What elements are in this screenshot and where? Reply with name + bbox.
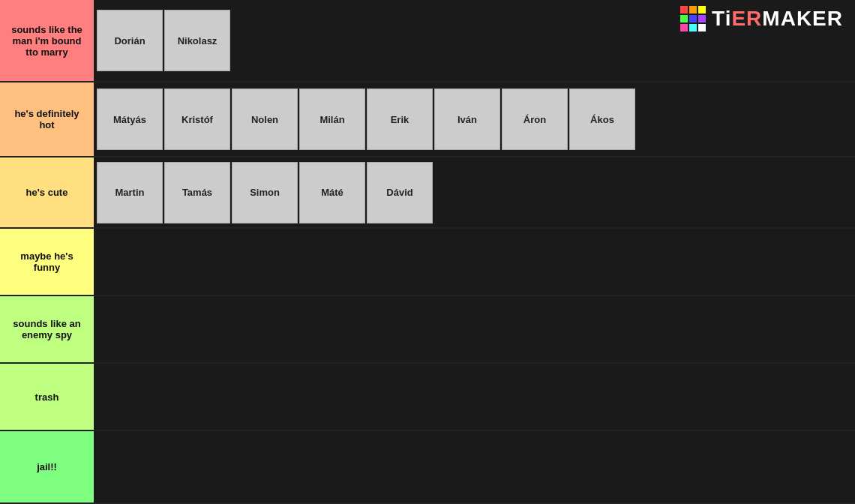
tier-card[interactable]: Kristóf [164,88,230,150]
tier-card[interactable]: Nikolasz [164,10,230,71]
logo-cell-4 [680,15,688,22]
tier-label-b: he's cute [0,158,94,227]
tier-list: sounds like the man i'm bound tto marryD… [0,0,855,504]
tier-content-f [94,431,855,502]
tier-content-d [94,296,855,362]
tier-card[interactable]: Mátyás [97,88,163,150]
tier-card[interactable]: Martin [97,162,163,224]
tier-row-b: he's cuteMartinTamásSimonMátéDávid [0,158,855,229]
logo-cell-3 [698,6,706,14]
tier-label-s: sounds like the man i'm bound tto marry [0,0,94,81]
logo-cell-2 [689,6,697,14]
tier-label-d: sounds like an enemy spy [0,296,94,362]
tier-label-a: he's definitely hot [0,82,94,156]
tier-content-b: MartinTamásSimonMátéDávid [94,158,855,227]
tier-card[interactable]: Dorián [97,10,163,71]
tier-card[interactable]: Nolen [232,88,298,150]
tier-card[interactable]: Iván [434,88,500,150]
tier-card[interactable]: Milán [299,88,365,150]
tier-row-f: jail!! [0,431,855,504]
tier-row-e: trash [0,364,855,431]
tier-card[interactable]: Ákos [569,88,635,150]
tier-card[interactable]: Tamás [164,162,230,224]
tier-card[interactable]: Erik [367,88,433,150]
tier-row-c: maybe he's funny [0,229,855,296]
logo-text: TiERMAKER [712,7,843,31]
tier-label-e: trash [0,364,94,430]
tier-label-c: maybe he's funny [0,229,94,295]
tier-label-f: jail!! [0,431,94,502]
logo-cell-8 [689,24,697,32]
logo-cell-5 [689,15,697,22]
tier-card[interactable]: Dávid [367,162,433,224]
logo-cell-6 [698,15,706,22]
logo-grid-icon [680,6,706,32]
tier-content-c [94,229,855,295]
logo-cell-9 [698,24,706,32]
tier-content-a: MátyásKristófNolenMilánErikIvánÁronÁkos [94,82,855,156]
tier-card[interactable]: Máté [299,162,365,224]
tier-card[interactable]: Áron [502,88,568,150]
tier-content-e [94,364,855,430]
tier-card[interactable]: Simon [232,162,298,224]
tier-row-a: he's definitely hotMátyásKristófNolenMil… [0,82,855,158]
tier-row-d: sounds like an enemy spy [0,296,855,364]
logo-cell-1 [680,6,688,14]
logo-cell-7 [680,24,688,32]
tiermaker-logo: TiERMAKER [680,6,843,32]
